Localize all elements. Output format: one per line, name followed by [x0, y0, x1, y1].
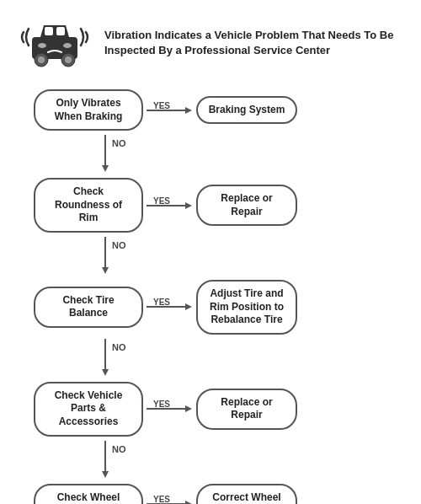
svg-text:YES: YES	[153, 400, 170, 409]
yes-arrow-3: YES	[147, 400, 193, 417]
result-box-0: Braking System	[196, 96, 297, 125]
header-title: Vibration Indicates a Vehicle Problem Th…	[104, 28, 404, 58]
decision-box-2: Check Tire Balance	[34, 287, 143, 328]
decision-box-4: Check Wheel Alignment	[34, 484, 143, 504]
svg-marker-24	[185, 303, 192, 310]
svg-marker-31	[185, 405, 192, 412]
result-box-3: Replace or Repair	[196, 389, 297, 430]
svg-text:NO: NO	[112, 444, 126, 454]
yes-arrow-0: YES	[147, 102, 193, 119]
flowchart: Only Vibrates When Braking YES Braking S…	[17, 89, 404, 504]
svg-rect-2	[56, 27, 65, 35]
svg-text:NO: NO	[112, 342, 126, 352]
no-connector-0: NO	[80, 134, 131, 174]
yes-arrow-4: YES	[147, 496, 193, 504]
result-box-2: Adjust Tire and Rim Position to Rebalanc…	[196, 280, 297, 335]
svg-marker-17	[185, 202, 192, 209]
svg-marker-36	[102, 471, 109, 478]
svg-text:NO: NO	[112, 240, 126, 250]
decision-box-3: Check Vehicle Parts & Accessories	[34, 382, 143, 437]
svg-text:YES: YES	[153, 496, 170, 504]
svg-point-6	[65, 56, 72, 63]
decision-box-0: Only Vibrates When Braking	[34, 89, 143, 131]
result-box-4: Correct Wheel Alignment	[196, 484, 297, 504]
flow-row-2: Check Tire Balance YES Adjust Tire and R…	[34, 280, 297, 335]
flow-row-4: Check Wheel Alignment YES Correct Wheel …	[34, 484, 297, 504]
result-box-1: Replace or Repair	[196, 185, 297, 226]
svg-marker-38	[185, 501, 192, 504]
svg-text:YES: YES	[153, 102, 170, 110]
flow-row-3: Check Vehicle Parts & Accessories YES Re…	[34, 382, 297, 437]
decision-box-1: Check Roundness of Rim	[34, 178, 143, 233]
no-connector-2: NO	[80, 338, 131, 378]
svg-marker-29	[102, 369, 109, 376]
svg-point-4	[38, 56, 45, 63]
svg-point-7	[38, 43, 46, 48]
yes-arrow-1: YES	[147, 197, 193, 214]
svg-text:YES: YES	[153, 197, 170, 206]
header: Vibration Indicates a Vehicle Problem Th…	[17, 13, 404, 72]
svg-rect-1	[45, 27, 53, 35]
no-connector-1: NO	[80, 236, 131, 276]
page: Vibration Indicates a Vehicle Problem Th…	[0, 0, 421, 504]
svg-marker-22	[102, 267, 109, 274]
car-icon	[17, 13, 93, 72]
svg-text:YES: YES	[153, 298, 170, 307]
no-connector-3: NO	[80, 440, 131, 480]
svg-marker-15	[102, 165, 109, 172]
svg-point-8	[63, 43, 72, 48]
yes-arrow-2: YES	[147, 298, 193, 315]
flow-row-0: Only Vibrates When Braking YES Braking S…	[34, 89, 297, 131]
svg-text:NO: NO	[112, 138, 126, 148]
flow-row-1: Check Roundness of Rim YES Replace or Re…	[34, 178, 297, 233]
svg-marker-10	[185, 107, 192, 114]
